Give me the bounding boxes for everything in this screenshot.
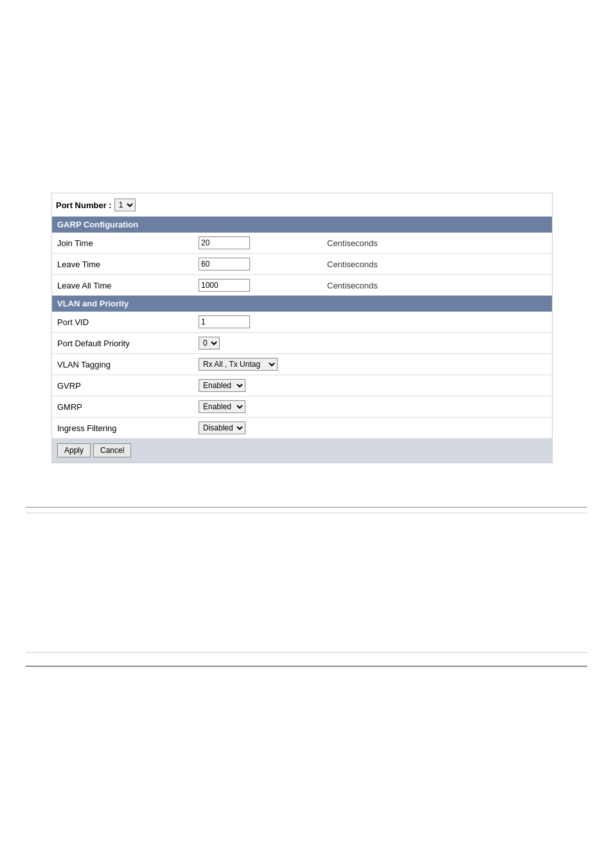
table-row: GVRP Enabled Disabled (52, 375, 552, 396)
gvrp-select[interactable]: Enabled Disabled (199, 379, 245, 392)
leave-all-time-unit: Centiseconds (322, 275, 552, 296)
join-time-label: Join Time (52, 233, 193, 254)
leave-time-label: Leave Time (52, 254, 193, 275)
table-row: Join Time Centiseconds (52, 233, 552, 254)
leave-time-input[interactable] (199, 258, 250, 270)
join-time-unit: Centiseconds (322, 233, 552, 254)
separator-line-1 (26, 507, 587, 508)
separator-line-2 (26, 513, 587, 513)
port-number-label: Port Number : (56, 200, 112, 210)
button-row: Apply Cancel (52, 438, 552, 463)
garp-config-table: Join Time Centiseconds Leave Time Centis… (52, 233, 552, 296)
gmrp-label: GMRP (52, 396, 193, 418)
table-row: Port Default Priority 0 1 2 3 4 5 6 7 (52, 333, 552, 354)
table-row: Port VID (52, 312, 552, 333)
port-vid-input[interactable] (199, 315, 250, 328)
bottom-section (13, 476, 600, 667)
table-row: GMRP Enabled Disabled (52, 396, 552, 418)
garp-section-header: GARP Configuration (52, 217, 552, 233)
table-row: Leave Time Centiseconds (52, 254, 552, 275)
leave-all-time-input[interactable] (199, 279, 250, 292)
join-time-input[interactable] (199, 236, 250, 249)
table-row: Leave All Time Centiseconds (52, 275, 552, 296)
port-vid-label: Port VID (52, 312, 193, 333)
table-row: Ingress Filtering Disabled Enabled (52, 418, 552, 439)
separator-line-bottom (26, 666, 587, 667)
leave-time-unit: Centiseconds (322, 254, 552, 275)
vlan-config-table: Port VID Port Default Priority 0 1 2 3 4… (52, 312, 552, 438)
ingress-filtering-select[interactable]: Disabled Enabled (199, 421, 245, 434)
port-number-row: Port Number : 1 2 3 4 (52, 193, 552, 217)
gvrp-label: GVRP (52, 375, 193, 396)
separator-line-3 (26, 652, 587, 653)
apply-button[interactable]: Apply (57, 443, 91, 457)
table-row: VLAN Tagging Rx All , Tx Untag Rx All , … (52, 354, 552, 375)
vlan-tagging-select[interactable]: Rx All , Tx Untag Rx All , Tx Tag Rx Tag… (199, 358, 278, 371)
cancel-button[interactable]: Cancel (93, 443, 131, 457)
leave-all-time-label: Leave All Time (52, 275, 193, 296)
port-default-priority-select[interactable]: 0 1 2 3 4 5 6 7 (199, 337, 220, 350)
port-number-select[interactable]: 1 2 3 4 (114, 199, 136, 211)
vlan-tagging-label: VLAN Tagging (52, 354, 193, 375)
vlan-section-header: VLAN and Priority (52, 296, 552, 312)
ingress-filtering-label: Ingress Filtering (52, 418, 193, 439)
port-default-priority-label: Port Default Priority (52, 333, 193, 354)
gmrp-select[interactable]: Enabled Disabled (199, 400, 245, 413)
